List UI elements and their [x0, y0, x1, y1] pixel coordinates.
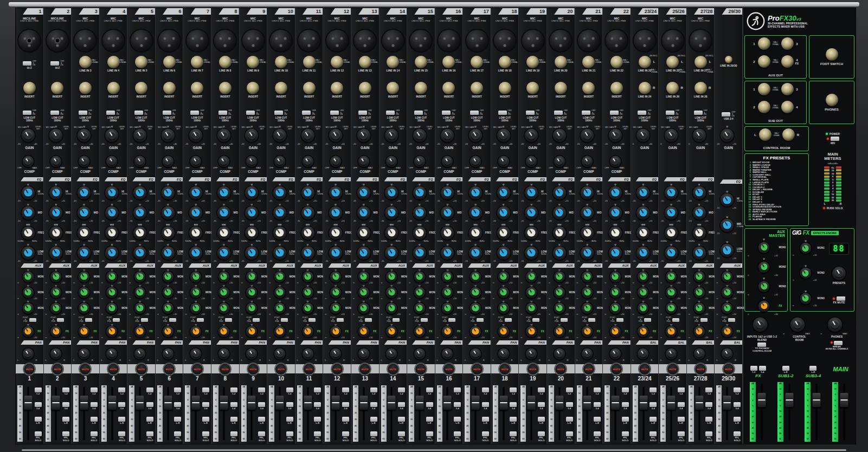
eq-low-knob[interactable] — [665, 246, 678, 260]
route-l-r-button[interactable] — [705, 417, 712, 422]
aux-mon3-knob[interactable] — [386, 302, 397, 314]
route-1-2-button[interactable] — [510, 388, 517, 392]
aux-mon3-knob[interactable] — [22, 302, 34, 314]
pfl-solo-button[interactable] — [566, 431, 573, 436]
eq-mid-knob[interactable] — [552, 206, 566, 219]
control-room-knob[interactable] — [790, 318, 805, 332]
eq-hi-knob[interactable] — [49, 186, 63, 199]
aux-mon1-knob[interactable] — [134, 271, 146, 282]
aux-mon3-knob[interactable] — [134, 302, 146, 314]
eq-hi-knob[interactable] — [105, 186, 119, 199]
eq-hi-knob[interactable] — [273, 186, 286, 199]
comp-knob[interactable] — [302, 156, 313, 167]
eq-low-knob[interactable] — [217, 246, 230, 260]
aux-fx-knob[interactable] — [302, 326, 313, 337]
post-pre-switch[interactable] — [728, 318, 735, 322]
aux-mon1-knob[interactable] — [358, 271, 369, 282]
route-3-4-button[interactable] — [594, 402, 601, 407]
fx-mon1-knob[interactable] — [800, 243, 811, 254]
pan-knob[interactable] — [78, 348, 89, 360]
gain-knob[interactable] — [608, 129, 622, 143]
low-cut-switch[interactable] — [79, 111, 87, 115]
aux-fx-knob[interactable] — [442, 326, 453, 337]
eq-low-knob[interactable] — [469, 246, 483, 260]
channel-fader-handle[interactable] — [24, 396, 32, 410]
aux-mon1-knob[interactable] — [666, 271, 677, 282]
eq-mid-knob[interactable] — [105, 206, 119, 219]
gain-knob[interactable] — [552, 129, 566, 143]
pfl-solo-button[interactable] — [342, 431, 349, 436]
post-pre-switch[interactable] — [57, 318, 64, 322]
pan-knob[interactable] — [330, 348, 342, 360]
gain-knob[interactable] — [161, 129, 175, 143]
low-cut-switch[interactable] — [526, 111, 535, 115]
aux-mon3-knob[interactable] — [498, 302, 509, 314]
eq-low-knob[interactable] — [552, 246, 566, 260]
master-route-button[interactable] — [750, 366, 757, 371]
aux-mon2-knob[interactable] — [609, 287, 621, 298]
pfl-solo-button[interactable] — [426, 431, 433, 436]
post-pre-switch[interactable] — [561, 318, 568, 322]
route-1-2-button[interactable] — [650, 388, 657, 392]
eq-hi-knob[interactable] — [385, 186, 398, 199]
aux-mon2-knob[interactable] — [666, 287, 677, 298]
low-cut-switch[interactable] — [106, 111, 115, 115]
aux-mon2-knob[interactable] — [693, 287, 705, 298]
gain-knob[interactable] — [273, 129, 286, 143]
channel-fader-handle[interactable] — [639, 396, 647, 410]
eq-hi-knob[interactable] — [665, 186, 678, 199]
eq-mid-knob[interactable] — [385, 206, 398, 219]
aux-mon1-knob[interactable] — [106, 271, 118, 282]
route-l-r-button[interactable] — [622, 417, 629, 422]
aux-mon2-knob[interactable] — [190, 287, 202, 298]
aux-mon3-knob[interactable] — [526, 302, 537, 314]
pan-knob[interactable] — [414, 348, 425, 360]
route-3-4-button[interactable] — [566, 402, 573, 407]
aux-mon2-knob[interactable] — [638, 287, 649, 298]
pfl-solo-button[interactable] — [510, 431, 517, 436]
pfl-solo-button[interactable] — [454, 431, 461, 436]
route-3-4-button[interactable] — [622, 402, 629, 407]
eq-mid-knob[interactable] — [581, 206, 594, 219]
pfl-solo-button[interactable] — [650, 431, 657, 436]
route-3-4-button[interactable] — [510, 402, 517, 407]
aux-mon2-knob[interactable] — [526, 287, 537, 298]
gain-knob[interactable] — [385, 129, 398, 143]
channel-fader-handle[interactable] — [359, 396, 368, 410]
low-cut-switch[interactable] — [582, 111, 590, 115]
eq-mid-knob[interactable] — [21, 206, 35, 219]
pan-knob[interactable] — [106, 348, 118, 360]
mute-button[interactable]: MUTE — [52, 364, 63, 374]
route-1-2-button[interactable] — [370, 388, 377, 392]
low-cut-switch[interactable] — [554, 111, 563, 115]
post-pre-switch[interactable] — [308, 318, 316, 322]
route-l-r-button[interactable] — [398, 417, 405, 422]
mute-button[interactable]: MUTE — [443, 364, 454, 374]
gain-knob[interactable] — [217, 129, 230, 143]
route-l-r-button[interactable] — [370, 417, 377, 422]
gain-knob[interactable] — [636, 129, 650, 143]
low-cut-switch[interactable] — [386, 111, 395, 115]
eq-low-knob[interactable] — [329, 246, 343, 260]
route-l-r-button[interactable] — [510, 417, 517, 422]
aux-mon1-knob[interactable] — [609, 271, 621, 282]
eq-freq-knob[interactable] — [77, 226, 91, 240]
route-3-4-button[interactable] — [538, 402, 545, 407]
aux-mon2-knob[interactable] — [302, 287, 313, 298]
aux-mon1-knob[interactable] — [22, 271, 34, 282]
route-l-r-button[interactable] — [314, 417, 321, 422]
pfl-solo-button[interactable] — [258, 431, 265, 436]
low-cut-switch[interactable] — [163, 111, 171, 115]
route-1-2-button[interactable] — [202, 388, 209, 392]
channel-fader-handle[interactable] — [248, 396, 256, 410]
pan-knob[interactable] — [246, 348, 258, 360]
aux-mon3-knob[interactable] — [330, 302, 342, 314]
channel-fader-handle[interactable] — [192, 396, 200, 410]
route-l-r-button[interactable] — [35, 417, 42, 422]
aux-fx-knob[interactable] — [666, 326, 677, 337]
low-cut-switch[interactable] — [274, 111, 283, 115]
master-route-button[interactable] — [782, 366, 789, 371]
mute-button[interactable]: MUTE — [723, 364, 734, 374]
pfl-solo-button[interactable] — [202, 431, 209, 436]
route-1-2-button[interactable] — [118, 388, 125, 392]
